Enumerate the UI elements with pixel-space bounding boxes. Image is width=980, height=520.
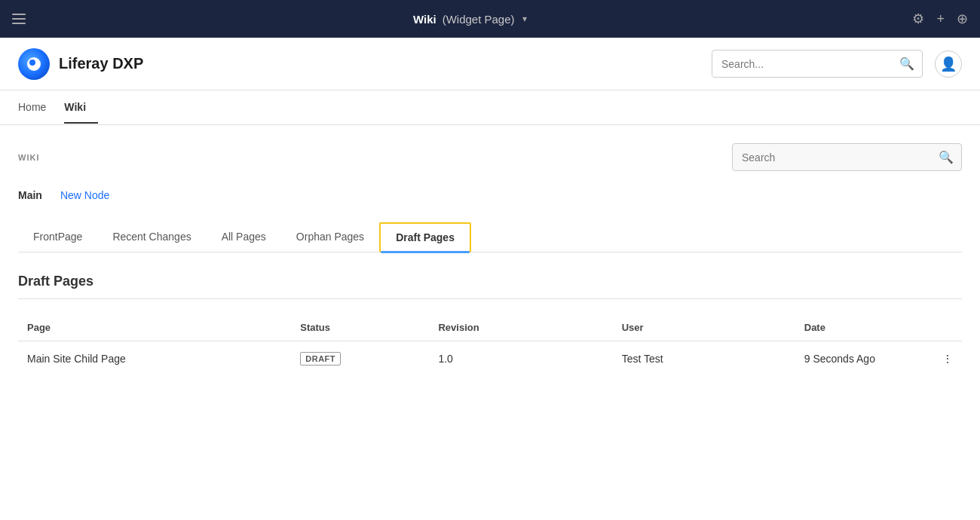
topnav-wiki-title: Wiki — [413, 13, 436, 26]
globe-icon[interactable]: ⊕ — [957, 11, 968, 27]
node-tabs: Main New Node — [18, 186, 962, 204]
header-search-box[interactable]: 🔍 — [712, 50, 923, 78]
logo-area: Liferay DXP — [18, 48, 143, 80]
header-bar: Liferay DXP 🔍 👤 — [0, 38, 980, 90]
header-right: 🔍 👤 — [712, 50, 962, 78]
table-row: Main Site Child Page DRAFT 1.0 Test Test… — [18, 341, 962, 377]
tab-recent-changes[interactable]: Recent Changes — [97, 223, 206, 252]
wiki-search-input[interactable] — [733, 145, 931, 170]
table-body: Main Site Child Page DRAFT 1.0 Test Test… — [18, 341, 962, 377]
wiki-search-box[interactable]: 🔍 — [732, 143, 962, 171]
wiki-search-button[interactable]: 🔍 — [931, 144, 961, 170]
tab-orphan-pages[interactable]: Orphan Pages — [281, 223, 379, 252]
draft-pages-heading: Draft Pages — [18, 274, 962, 289]
draft-pages-section: Draft Pages Page Status Revision User Da… — [18, 274, 962, 376]
col-header-user: User — [613, 314, 795, 341]
company-name: Liferay DXP — [59, 55, 143, 72]
header-search-button[interactable]: 🔍 — [892, 50, 922, 77]
gear-icon[interactable]: ⚙ — [912, 11, 924, 27]
tab-all-pages[interactable]: All Pages — [207, 223, 281, 252]
user-icon: 👤 — [940, 56, 957, 72]
cell-user: Test Test — [613, 341, 795, 377]
col-header-date: Date — [795, 314, 933, 341]
wiki-section-label: WIKI — [18, 153, 39, 162]
top-navigation: Wiki (Widget Page) ▾ ⚙ + ⊕ — [0, 0, 980, 38]
tab-frontpage[interactable]: FrontPage — [18, 223, 97, 252]
cell-date: 9 Seconds Ago — [795, 341, 933, 377]
page-tabs: FrontPage Recent Changes All Pages Orpha… — [18, 222, 962, 252]
topnav-widget-page: (Widget Page) — [443, 13, 515, 26]
site-nav-home[interactable]: Home — [18, 92, 58, 124]
user-avatar[interactable]: 👤 — [935, 50, 962, 78]
logo-icon — [18, 48, 50, 80]
status-badge: DRAFT — [300, 352, 341, 366]
row-actions-button[interactable]: ⋮ — [933, 341, 962, 377]
wiki-section-header: WIKI 🔍 — [18, 143, 962, 171]
site-navigation: Home Wiki — [0, 90, 980, 125]
header-search-input[interactable] — [712, 52, 892, 76]
site-nav-wiki[interactable]: Wiki — [64, 92, 98, 124]
tab-draft-pages[interactable]: Draft Pages — [379, 222, 471, 252]
col-header-revision: Revision — [429, 314, 612, 341]
topnav-dropdown-icon[interactable]: ▾ — [522, 14, 527, 24]
draft-pages-table: Page Status Revision User Date Main Site… — [18, 314, 962, 376]
main-content: WIKI 🔍 Main New Node FrontPage Recent Ch… — [0, 125, 980, 502]
col-header-page: Page — [18, 314, 291, 341]
col-header-status: Status — [291, 314, 429, 341]
cell-revision: 1.0 — [429, 341, 612, 377]
table-header: Page Status Revision User Date — [18, 314, 962, 341]
plus-icon[interactable]: + — [936, 11, 945, 27]
cell-page-name: Main Site Child Page — [18, 341, 291, 377]
section-divider — [18, 298, 962, 299]
cell-status: DRAFT — [291, 341, 429, 377]
node-tab-main[interactable]: Main — [18, 186, 42, 204]
node-tab-new-node[interactable]: New Node — [60, 186, 109, 204]
sidebar-toggle[interactable] — [12, 11, 27, 26]
